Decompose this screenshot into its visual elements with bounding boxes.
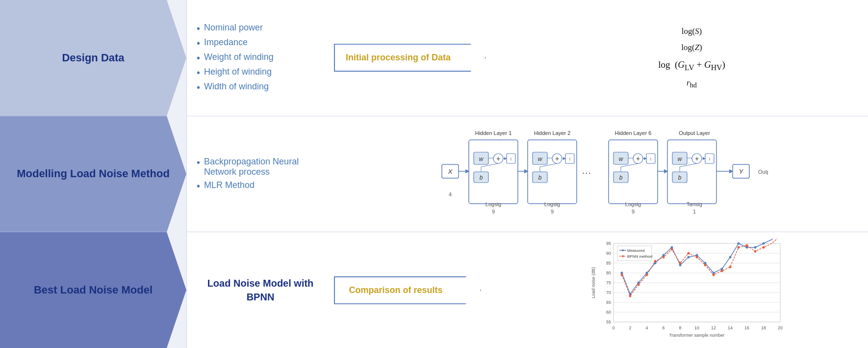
bullet-area-2: Backpropagation Neural Network process M… bbox=[197, 154, 324, 195]
svg-text:85: 85 bbox=[606, 261, 611, 266]
math-line-1: log(S) bbox=[682, 25, 702, 39]
svg-text:+: + bbox=[555, 155, 559, 162]
svg-text:+: + bbox=[636, 155, 639, 162]
process-label-1: Initial processing of Data bbox=[346, 53, 460, 63]
svg-point-130 bbox=[654, 260, 656, 263]
svg-text:Tansig: Tansig bbox=[687, 201, 702, 207]
comparison-chart: 55 60 65 70 75 80 85 90 95 0 2 4 6 8 bbox=[589, 239, 785, 342]
svg-text:…: … bbox=[582, 165, 591, 176]
svg-text:10: 10 bbox=[694, 325, 699, 330]
svg-text:95: 95 bbox=[606, 241, 611, 246]
svg-point-142 bbox=[754, 250, 756, 253]
svg-text:80: 80 bbox=[606, 270, 611, 275]
svg-text:Hidden Layer 6: Hidden Layer 6 bbox=[614, 130, 651, 136]
svg-point-133 bbox=[679, 262, 681, 265]
svg-text:60: 60 bbox=[606, 310, 611, 315]
model-label-area: Load Noise Model with BPNN bbox=[197, 276, 324, 304]
svg-text:16: 16 bbox=[744, 325, 749, 330]
svg-point-116 bbox=[687, 256, 689, 259]
svg-text:9: 9 bbox=[631, 209, 634, 214]
svg-text:0: 0 bbox=[612, 325, 614, 330]
process-box-wrap-1: Initial processing of Data bbox=[334, 44, 506, 72]
output-node: Y Output bbox=[733, 164, 768, 178]
svg-text:⌇: ⌇ bbox=[709, 157, 711, 161]
process-label-3: Comparison of results bbox=[346, 285, 456, 295]
math-line-3: log (GLV + GHV) bbox=[658, 57, 725, 75]
chevron-label-2: Modelling Load Noise Method bbox=[2, 167, 184, 181]
svg-text:90: 90 bbox=[606, 251, 611, 256]
svg-text:20: 20 bbox=[777, 325, 782, 330]
svg-text:65: 65 bbox=[606, 300, 611, 305]
svg-point-141 bbox=[745, 244, 748, 247]
input-layer: X X 4 bbox=[442, 164, 459, 197]
chevron-best-model: Best Load Noise Model bbox=[0, 232, 186, 348]
bullet-area-1: Nominal power Impedance Weight of windin… bbox=[197, 20, 324, 96]
svg-text:w: w bbox=[537, 156, 542, 162]
svg-text:75: 75 bbox=[606, 280, 611, 285]
svg-point-131 bbox=[662, 256, 664, 259]
math-line-4: rhd bbox=[687, 76, 697, 91]
svg-text:+: + bbox=[496, 155, 500, 162]
svg-point-137 bbox=[712, 274, 715, 276]
svg-text:9: 9 bbox=[550, 209, 553, 214]
svg-text:70: 70 bbox=[606, 290, 611, 295]
svg-text:BPNN method: BPNN method bbox=[627, 254, 652, 259]
svg-point-139 bbox=[729, 266, 731, 268]
svg-text:Measured: Measured bbox=[627, 248, 645, 253]
svg-text:Logsig: Logsig bbox=[625, 201, 640, 207]
svg-text:b: b bbox=[479, 174, 483, 181]
output-layer-box: Output Layer w + ⌇ b Ta bbox=[667, 130, 716, 214]
svg-point-146 bbox=[622, 249, 624, 251]
svg-point-135 bbox=[695, 256, 698, 259]
bullet-item: Height of winding bbox=[197, 67, 324, 79]
svg-text:+: + bbox=[694, 155, 698, 162]
svg-text:18: 18 bbox=[761, 325, 766, 330]
svg-text:Load noise (dB): Load noise (dB) bbox=[591, 267, 596, 298]
svg-text:Logsig: Logsig bbox=[485, 201, 501, 207]
content-column: Nominal power Impedance Weight of windin… bbox=[186, 0, 868, 348]
svg-text:w: w bbox=[479, 156, 484, 162]
math-line-2: log(Z) bbox=[681, 41, 702, 55]
svg-point-134 bbox=[687, 252, 689, 255]
svg-text:14: 14 bbox=[727, 325, 732, 330]
svg-text:1: 1 bbox=[692, 209, 695, 214]
svg-text:Logsig: Logsig bbox=[544, 201, 560, 207]
hl1-box: Hidden Layer 1 w + ⌇ b bbox=[469, 130, 518, 214]
nn-diagram: X X 4 Hidden Layer 1 w bbox=[334, 125, 858, 223]
hl6-box: Hidden Layer 6 w + ⌇ b bbox=[609, 130, 658, 214]
bullet-item: Nominal power bbox=[197, 23, 324, 34]
svg-text:Hidden Layer 1: Hidden Layer 1 bbox=[475, 130, 511, 136]
svg-text:w: w bbox=[677, 156, 682, 162]
svg-point-127 bbox=[629, 295, 631, 297]
svg-text:4: 4 bbox=[448, 191, 451, 197]
main-container: Design Data Modelling Load Noise Method … bbox=[0, 0, 868, 348]
svg-point-138 bbox=[720, 270, 723, 272]
svg-point-126 bbox=[620, 274, 623, 276]
row-modelling: Backpropagation Neural Network process M… bbox=[187, 116, 868, 233]
svg-point-143 bbox=[762, 246, 765, 249]
svg-point-128 bbox=[637, 284, 639, 286]
chevron-label-3: Best Load Noise Model bbox=[19, 283, 167, 297]
svg-point-149 bbox=[622, 255, 624, 257]
svg-point-129 bbox=[645, 274, 648, 276]
row-best-model: Load Noise Model with BPNN Comparison of… bbox=[187, 232, 868, 348]
svg-text:Output: Output bbox=[758, 169, 768, 175]
bullet-item: Impedance bbox=[197, 37, 324, 49]
svg-text:12: 12 bbox=[711, 325, 715, 330]
model-label-text: Load Noise Model with BPNN bbox=[197, 276, 324, 304]
svg-text:4: 4 bbox=[645, 325, 648, 330]
svg-text:⌇: ⌇ bbox=[510, 157, 512, 161]
process-box-wrap-3: Comparison of results bbox=[334, 276, 506, 304]
process-box-3: Comparison of results bbox=[334, 276, 481, 304]
svg-text:2: 2 bbox=[629, 325, 631, 330]
svg-point-122 bbox=[737, 242, 740, 245]
svg-point-124 bbox=[754, 246, 756, 249]
hl2-box: Hidden Layer 2 w + ⌇ b bbox=[528, 130, 577, 214]
svg-text:Output Layer: Output Layer bbox=[679, 130, 710, 136]
bullet-list-1: Nominal power Impedance Weight of windin… bbox=[197, 23, 324, 93]
svg-text:b: b bbox=[619, 174, 622, 181]
svg-text:Transformer sample number: Transformer sample number bbox=[669, 333, 724, 338]
svg-text:⌇: ⌇ bbox=[569, 157, 571, 161]
svg-text:Y: Y bbox=[739, 168, 743, 175]
bullet-item: Backpropagation Neural Network process bbox=[197, 157, 324, 177]
